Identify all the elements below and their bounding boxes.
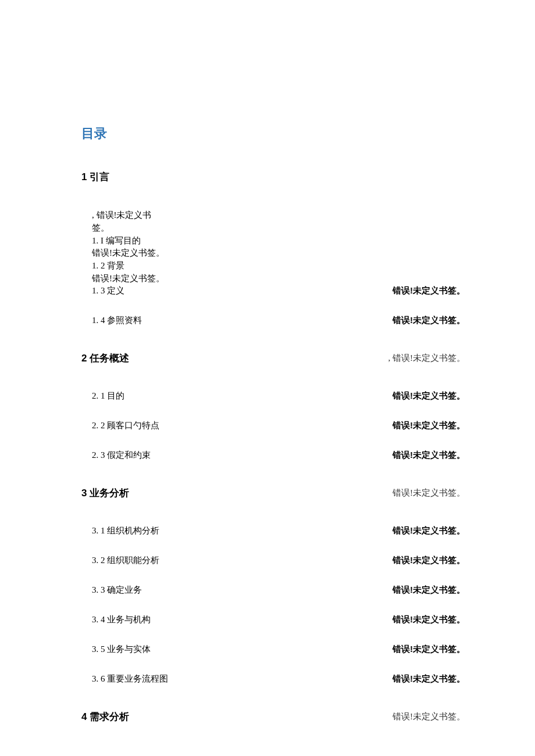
toc-entry-row: 3. 4 业务与机构 错误!未定义书签。 — [81, 614, 465, 625]
section-2-heading: 2 任务概述 — [81, 352, 129, 365]
toc-entry-row: 2. 3 假定和约束 错误!未定义书签。 — [81, 450, 465, 461]
section-2-entries: 2. 1 目的 错误!未定义书签。 2. 2 顾客口勺特点 错误!未定义书签。 … — [81, 390, 465, 461]
section-1-row: 1 引言 — [81, 170, 465, 184]
toc-entry-label: 1. 4 参照资料 — [92, 315, 142, 326]
toc-entry-page: 错误!未定义书签。 — [393, 673, 465, 685]
toc-entry-label: 3. 6 重要业务流程图 — [92, 673, 168, 685]
toc-entry-label: 3. 2 组织职能分析 — [92, 555, 159, 566]
section-3-heading: 3 业务分析 — [81, 486, 129, 500]
toc-entry-page: 错误!未定义书签。 — [393, 450, 465, 461]
toc-entry-row: 3. 5 业务与实体 错误!未定义书签。 — [81, 644, 465, 655]
section-3-note: 错误!未定义书签。 — [393, 488, 465, 499]
toc-entry: 错误!未定义书签。 — [81, 273, 169, 285]
toc-entry-row: 3. 2 组织职能分析 错误!未定义书签。 — [81, 555, 465, 566]
section-4-row: 4 需求分析 错误!未定义书签。 — [81, 710, 465, 723]
toc-entry: 1. I 编写目的 — [81, 235, 169, 248]
toc-entry-page: 错误!未定义书签。 — [393, 315, 465, 326]
section-2-row: 2 任务概述 , 错误!未定义书签。 — [81, 352, 465, 365]
toc-title: 目录 — [81, 125, 465, 142]
toc-entry-label: 2. 2 顾客口勺特点 — [92, 420, 159, 431]
section-2-note: , 错误!未定义书签。 — [388, 353, 466, 364]
toc-entry-page: 错误!未定义书签。 — [393, 644, 465, 655]
toc-entry-row: 1. 4 参照资料 错误!未定义书签。 — [81, 315, 465, 326]
toc-entry-page: 错误!未定义书签。 — [393, 585, 465, 596]
section-1-heading: 1 引言 — [81, 170, 109, 184]
toc-entry-page: 错误!未定义书签。 — [393, 285, 465, 296]
toc-entry-page: 错误!未定义书签。 — [393, 390, 465, 402]
toc-entry-row: 3. 3 确定业务 错误!未定义书签。 — [81, 585, 465, 596]
toc-entry-row: 1. 3 定义 错误!未定义书签。 — [81, 285, 465, 296]
toc-entry-label: 3. 4 业务与机构 — [92, 614, 151, 625]
section-1-entries: , 错误!未定义书签。 1. I 编写目的 错误!未定义书签。 1. 2 背景 … — [81, 209, 465, 326]
toc-entry: 1. 2 背景 — [81, 260, 169, 273]
toc-entry-row: 3. 6 重要业务流程图 错误!未定义书签。 — [81, 673, 465, 685]
toc-entry-page: 错误!未定义书签。 — [393, 555, 465, 566]
toc-entry: , 错误!未定义书签。 — [81, 209, 169, 235]
toc-entry-label: 3. 3 确定业务 — [92, 585, 142, 596]
section-4-note: 错误!未定义书签。 — [393, 711, 465, 722]
toc-entry-label: 1. 3 定义 — [92, 285, 124, 296]
section-4-heading: 4 需求分析 — [81, 710, 129, 723]
toc-entry-row: 2. 2 顾客口勺特点 错误!未定义书签。 — [81, 420, 465, 431]
toc-entry-label: 2. 3 假定和约束 — [92, 450, 151, 461]
section-3-row: 3 业务分析 错误!未定义书签。 — [81, 486, 465, 500]
toc-entry-label: 2. 1 目的 — [92, 390, 124, 402]
toc-entry-page: 错误!未定义书签。 — [393, 614, 465, 625]
toc-entry-label: 3. 1 组织机构分析 — [92, 525, 159, 536]
section-3-entries: 3. 1 组织机构分析 错误!未定义书签。 3. 2 组织职能分析 错误!未定义… — [81, 525, 465, 685]
toc-entry-page: 错误!未定义书签。 — [393, 420, 465, 431]
toc-entry-row: 2. 1 目的 错误!未定义书签。 — [81, 390, 465, 402]
toc-entry: 错误!未定义书签。 — [81, 247, 169, 260]
toc-entry-label: 3. 5 业务与实体 — [92, 644, 151, 655]
toc-entry-page: 错误!未定义书签。 — [393, 525, 465, 536]
toc-entry-row: 3. 1 组织机构分析 错误!未定义书签。 — [81, 525, 465, 536]
